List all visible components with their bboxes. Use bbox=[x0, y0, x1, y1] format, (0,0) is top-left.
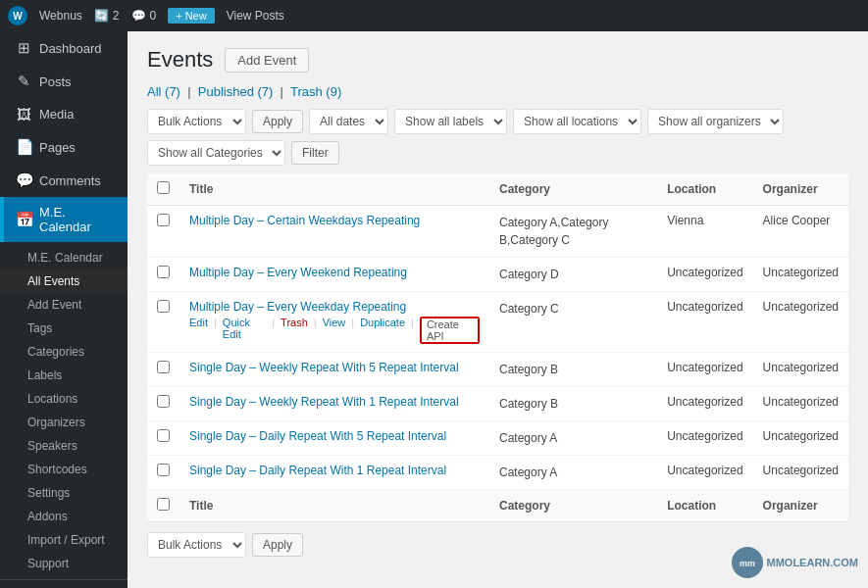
row-category-cell: Category A,Category B,Category C bbox=[489, 206, 657, 258]
event-link[interactable]: Single Day – Daily Repeat With 5 Repeat … bbox=[189, 429, 446, 443]
add-event-button[interactable]: Add Event bbox=[225, 48, 309, 73]
row-checkbox[interactable] bbox=[157, 395, 170, 408]
events-table: Title Category Location Organizer Multip… bbox=[147, 173, 848, 522]
select-all-col bbox=[147, 173, 179, 206]
footer-organizer-col: Organizer bbox=[753, 490, 848, 522]
row-checkbox[interactable] bbox=[157, 429, 170, 442]
duplicate-action[interactable]: Duplicate bbox=[360, 317, 405, 344]
row-checkbox-cell bbox=[147, 353, 179, 387]
sidebar-sub-locations[interactable]: Locations bbox=[0, 387, 128, 411]
sidebar-sub-shortcodes[interactable]: Shortcodes bbox=[0, 458, 128, 481]
row-location-cell: Uncategorized bbox=[657, 421, 752, 456]
sidebar-item-label: Dashboard bbox=[39, 41, 102, 56]
row-checkbox[interactable] bbox=[157, 300, 170, 313]
watermark-svg: mm bbox=[738, 553, 757, 572]
event-link[interactable]: Multiple Day – Every Weekend Repeating bbox=[189, 266, 407, 279]
sidebar-sub-organizers[interactable]: Organizers bbox=[0, 411, 128, 434]
row-location-cell: Vienna bbox=[657, 206, 752, 258]
sidebar-item-comments[interactable]: 💬 Comments bbox=[0, 164, 128, 197]
sidebar-sub-import-export[interactable]: Import / Export bbox=[0, 528, 128, 552]
row-checkbox-cell bbox=[147, 292, 179, 353]
row-checkbox[interactable] bbox=[157, 464, 170, 476]
row-category-cell: Category A bbox=[489, 456, 657, 490]
subnav: All (7) | Published (7) | Trash (9) bbox=[147, 84, 848, 99]
sidebar-sub-all-events[interactable]: All Events bbox=[0, 270, 128, 293]
subnav-published[interactable]: Published (7) bbox=[198, 84, 274, 99]
row-title-cell: Single Day – Daily Repeat With 1 Repeat … bbox=[179, 456, 489, 490]
table-footer-row: Title Category Location Organizer bbox=[147, 490, 848, 522]
sidebar-item-media[interactable]: 🖼 Media bbox=[0, 98, 128, 130]
sidebar-item-dashboard[interactable]: ⊞ Dashboard bbox=[0, 31, 128, 65]
sidebar-item-label: Media bbox=[39, 107, 74, 122]
sidebar-sub-add-event[interactable]: Add Event bbox=[0, 293, 128, 317]
pages-icon: 📄 bbox=[16, 138, 31, 156]
row-category-cell: Category D bbox=[489, 258, 657, 292]
row-checkbox[interactable] bbox=[157, 214, 170, 226]
event-link[interactable]: Single Day – Weekly Repeat With 5 Repeat… bbox=[189, 361, 459, 374]
trash-action[interactable]: Trash bbox=[281, 317, 308, 344]
row-actions: Edit| Quick Edit| Trash| View| Duplicate… bbox=[189, 317, 480, 344]
event-link[interactable]: Single Day – Weekly Repeat With 1 Repeat… bbox=[189, 395, 459, 409]
new-button[interactable]: + New bbox=[168, 8, 215, 24]
sidebar-sub-tags[interactable]: Tags bbox=[0, 317, 128, 340]
view-action[interactable]: View bbox=[323, 317, 346, 344]
sidebar-sub-support[interactable]: Support bbox=[0, 552, 128, 575]
create-api-action-highlighted[interactable]: Create API bbox=[420, 317, 480, 344]
row-organizer-cell: Uncategorized bbox=[753, 456, 848, 490]
table-row: Multiple Day – Every Weekday Repeating E… bbox=[147, 292, 848, 353]
labels-select[interactable]: Show all labels bbox=[394, 109, 507, 134]
organizers-select[interactable]: Show all organizers bbox=[647, 109, 784, 134]
updates-count[interactable]: 🔄 2 bbox=[94, 9, 120, 23]
sidebar-sub-settings[interactable]: Settings bbox=[0, 481, 128, 505]
site-name[interactable]: Webnus bbox=[39, 9, 82, 23]
sidebar-sub-me-calendar[interactable]: M.E. Calendar bbox=[0, 246, 128, 270]
locations-select[interactable]: Show all locations bbox=[513, 109, 641, 134]
row-checkbox[interactable] bbox=[157, 361, 170, 373]
event-link[interactable]: Multiple Day – Every Weekday Repeating bbox=[189, 300, 406, 314]
sidebar-item-label: Posts bbox=[39, 74, 72, 89]
sidebar-sub-labels[interactable]: Labels bbox=[0, 364, 128, 387]
comments-count[interactable]: 💬 0 bbox=[131, 9, 157, 23]
select-all-checkbox[interactable] bbox=[157, 181, 170, 194]
event-link[interactable]: Single Day – Daily Repeat With 1 Repeat … bbox=[189, 464, 446, 477]
row-organizer-cell: Uncategorized bbox=[753, 353, 848, 387]
row-checkbox[interactable] bbox=[157, 266, 170, 278]
row-category-cell: Category C bbox=[489, 292, 657, 353]
row-organizer-cell: Uncategorized bbox=[753, 421, 848, 456]
row-organizer-cell: Alice Cooper bbox=[753, 206, 848, 258]
wp-logo: W bbox=[8, 6, 27, 25]
dates-select[interactable]: All dates bbox=[309, 109, 388, 134]
sidebar-item-bookings[interactable]: 📋 Bookings bbox=[0, 584, 128, 588]
watermark-logo: mm bbox=[732, 547, 763, 578]
table-row: Multiple Day – Every Weekend Repeating E… bbox=[147, 258, 848, 292]
dashboard-icon: ⊞ bbox=[16, 39, 31, 57]
sidebar-item-label: Comments bbox=[39, 173, 101, 188]
sidebar-sub-addons[interactable]: Addons bbox=[0, 505, 128, 528]
sidebar-item-posts[interactable]: ✎ Posts bbox=[0, 65, 128, 98]
apply-button-bottom[interactable]: Apply bbox=[252, 533, 303, 557]
filter-button[interactable]: Filter bbox=[291, 141, 339, 165]
page-header: Events Add Event bbox=[147, 47, 848, 73]
footer-select-all-checkbox[interactable] bbox=[157, 498, 170, 511]
apply-button-top[interactable]: Apply bbox=[252, 110, 303, 133]
categories-select[interactable]: Show all Categories bbox=[147, 140, 285, 166]
quick-edit-action[interactable]: Quick Edit bbox=[223, 317, 266, 344]
watermark-label: MMOLEARN.COM bbox=[767, 557, 859, 568]
bulk-actions-select-top[interactable]: Bulk Actions bbox=[147, 109, 246, 134]
subnav-trash[interactable]: Trash (9) bbox=[290, 84, 341, 99]
row-checkbox-cell bbox=[147, 258, 179, 292]
row-category-cell: Category A bbox=[489, 421, 657, 456]
row-title-cell: Single Day – Daily Repeat With 5 Repeat … bbox=[179, 421, 489, 456]
subnav-all[interactable]: All (7) bbox=[147, 84, 180, 99]
bulk-actions-select-bottom[interactable]: Bulk Actions bbox=[147, 532, 246, 558]
sidebar-divider bbox=[0, 579, 128, 580]
view-posts-link[interactable]: View Posts bbox=[227, 9, 284, 23]
edit-action[interactable]: Edit bbox=[189, 317, 208, 344]
sidebar-item-pages[interactable]: 📄 Pages bbox=[0, 130, 128, 164]
filters-bar: Bulk Actions Apply All dates Show all la… bbox=[147, 109, 848, 166]
sidebar-item-me-calendar[interactable]: 📅 M.E. Calendar bbox=[0, 197, 128, 242]
event-link[interactable]: Multiple Day – Certain Weekdays Repeatin… bbox=[189, 214, 420, 227]
sidebar-sub-speakers[interactable]: Speakers bbox=[0, 434, 128, 458]
sidebar-sub-categories[interactable]: Categories bbox=[0, 340, 128, 364]
row-checkbox-cell bbox=[147, 387, 179, 421]
